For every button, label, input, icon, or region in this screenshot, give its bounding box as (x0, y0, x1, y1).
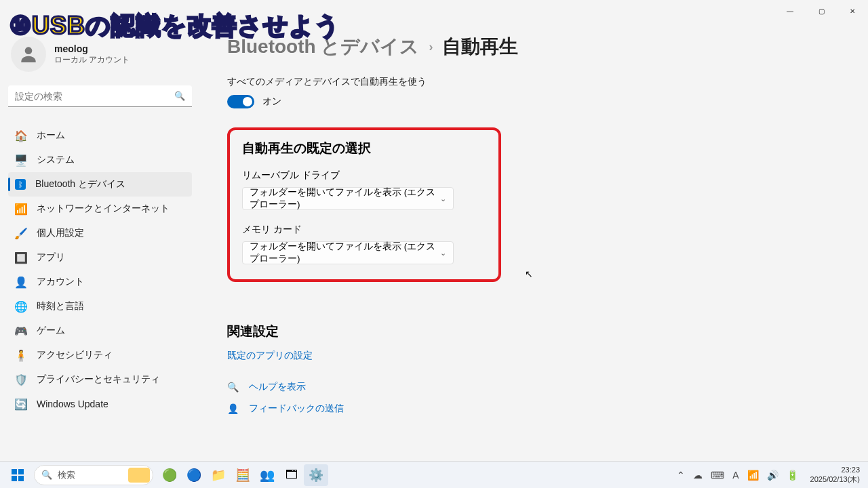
sidebar-item-privacy[interactable]: 🛡️プライバシーとセキュリティ (8, 367, 192, 392)
autoplay-toggle[interactable] (227, 95, 254, 108)
clock-date: 2025/02/13(木) (810, 475, 860, 484)
sidebar-item-update[interactable]: 🔄Windows Update (8, 392, 192, 416)
sidebar-item-network[interactable]: 📶ネットワークとインターネット (8, 197, 192, 221)
taskbar-app[interactable]: 🗔 (279, 464, 304, 486)
sidebar-item-label: アカウント (37, 276, 84, 288)
sidebar-item-system[interactable]: 🖥️システム (8, 148, 192, 172)
taskbar-explorer[interactable]: 📁 (206, 464, 231, 486)
update-icon: 🔄 (15, 398, 27, 410)
search-icon: 🔍 (174, 91, 185, 101)
content: Bluetooth とデバイス › 自動再生 すべてのメディアとデバイスで自動再… (200, 22, 868, 461)
sidebar-item-label: プライバシーとセキュリティ (37, 373, 160, 386)
game-icon: 🎮 (15, 325, 27, 337)
sidebar-item-label: ホーム (37, 129, 65, 142)
sidebar-item-time[interactable]: 🌐時刻と言語 (8, 294, 192, 319)
sidebar-item-label: 個人用設定 (37, 227, 84, 239)
removable-drive-label: リムーバブル ドライブ (242, 169, 486, 182)
search-box[interactable]: 🔍 (8, 85, 192, 107)
sidebar-item-label: ネットワークとインターネット (37, 203, 170, 215)
bluetooth-icon: ᛒ (15, 179, 26, 190)
breadcrumb-current: 自動再生 (442, 34, 518, 60)
taskbar: 🔍 検索 🟢 🔵 📁 🧮 👥 🗔 ⚙️ ⌃ ☁ ⌨ A 📶 🔊 🔋 23:23 … (0, 461, 868, 488)
related-title: 関連設定 (227, 323, 841, 340)
sidebar-item-apps[interactable]: 🔲アプリ (8, 245, 192, 270)
accessibility-icon: 🧍 (15, 349, 27, 361)
search-input[interactable] (8, 85, 192, 107)
sidebar-item-gaming[interactable]: 🎮ゲーム (8, 319, 192, 343)
sidebar-item-label: アクセシビリティ (37, 349, 113, 361)
sidebar-item-label: ゲーム (37, 325, 65, 337)
overlay-annotation: ⑩USBの認識を改善させよう (9, 9, 340, 43)
svg-point-0 (25, 47, 33, 54)
dropdown-value: フォルダーを開いてファイルを表示 (エクスプローラー) (250, 186, 440, 211)
clock-time: 23:23 (810, 466, 860, 474)
autoplay-toggle-label: すべてのメディアとデバイスで自動再生を使う (227, 76, 841, 88)
tray-keyboard-icon[interactable]: ⌨ (711, 470, 724, 481)
search-icon: 🔍 (41, 470, 52, 480)
sidebar-item-accessibility[interactable]: 🧍アクセシビリティ (8, 343, 192, 367)
system-tray: ⌃ ☁ ⌨ A 📶 🔊 🔋 23:23 2025/02/13(木) (677, 466, 863, 483)
home-icon: 🏠 (15, 129, 27, 142)
windows-logo-icon (12, 469, 24, 481)
toggle-state: オン (262, 96, 281, 108)
sidebar-item-label: Windows Update (37, 399, 108, 409)
wifi-icon: 📶 (15, 203, 27, 215)
minimize-button[interactable]: — (774, 0, 806, 22)
taskbar-search-label: 検索 (58, 469, 75, 481)
shield-icon: 🛡️ (15, 373, 27, 386)
removable-drive-dropdown[interactable]: フォルダーを開いてファイルを表示 (エクスプローラー) ⌄ (242, 187, 454, 210)
system-icon: 🖥️ (15, 154, 27, 166)
feedback-icon: 👤 (227, 403, 238, 414)
tray-battery-icon[interactable]: 🔋 (787, 470, 798, 481)
user-sub: ローカル アカウント (54, 54, 130, 66)
apps-icon: 🔲 (15, 251, 27, 264)
memory-card-dropdown[interactable]: フォルダーを開いてファイルを表示 (エクスプローラー) ⌄ (242, 241, 454, 264)
search-badge (128, 468, 150, 483)
chevron-down-icon: ⌄ (440, 195, 446, 203)
brush-icon: 🖌️ (15, 227, 27, 239)
taskbar-clock[interactable]: 23:23 2025/02/13(木) (810, 466, 860, 483)
tray-onedrive-icon[interactable]: ☁ (693, 470, 703, 481)
sidebar-item-label: アプリ (37, 251, 65, 264)
dropdown-value: フォルダーを開いてファイルを表示 (エクスプローラー) (250, 241, 440, 265)
account-icon: 👤 (15, 276, 27, 288)
globe-icon: 🌐 (15, 300, 27, 312)
taskbar-edge[interactable]: 🔵 (182, 464, 206, 486)
defaults-title: 自動再生の既定の選択 (242, 140, 486, 157)
taskbar-calculator[interactable]: 🧮 (231, 464, 255, 486)
sidebar-item-label: システム (37, 154, 75, 166)
help-label: ヘルプを表示 (249, 381, 306, 393)
sidebar-item-accounts[interactable]: 👤アカウント (8, 270, 192, 294)
tray-ime-icon[interactable]: A (732, 470, 738, 481)
chevron-right-icon: › (429, 40, 433, 54)
sidebar-item-label: 時刻と言語 (37, 300, 84, 312)
sidebar-item-label: Bluetooth とデバイス (35, 178, 125, 190)
maximize-button[interactable]: ▢ (806, 0, 837, 22)
taskbar-settings[interactable]: ⚙️ (304, 464, 328, 486)
taskbar-chrome[interactable]: 🟢 (157, 464, 182, 486)
taskbar-search[interactable]: 🔍 検索 (34, 465, 153, 485)
sidebar: meolog ローカル アカウント 🔍 🏠ホーム 🖥️システム ᛒBluetoo… (0, 22, 200, 461)
tray-volume-icon[interactable]: 🔊 (767, 470, 778, 481)
tray-chevron-icon[interactable]: ⌃ (677, 470, 685, 481)
sidebar-item-home[interactable]: 🏠ホーム (8, 123, 192, 148)
memory-card-label: メモリ カード (242, 224, 486, 236)
feedback-link[interactable]: 👤 フィードバックの送信 (227, 403, 841, 415)
help-link[interactable]: 🔍 ヘルプを表示 (227, 381, 841, 393)
taskbar-teams[interactable]: 👥 (255, 464, 279, 486)
chevron-down-icon: ⌄ (440, 249, 446, 258)
sidebar-item-personalize[interactable]: 🖌️個人用設定 (8, 221, 192, 245)
close-button[interactable]: ✕ (837, 0, 868, 22)
start-button[interactable] (5, 464, 30, 486)
user-name: meolog (54, 43, 130, 54)
tray-wifi-icon[interactable]: 📶 (747, 470, 759, 481)
sidebar-item-bluetooth[interactable]: ᛒBluetooth とデバイス (8, 172, 192, 197)
help-icon: 🔍 (227, 382, 238, 392)
default-apps-link[interactable]: 既定のアプリの設定 (227, 350, 841, 362)
feedback-label: フィードバックの送信 (249, 403, 344, 415)
defaults-highlight-box: 自動再生の既定の選択 リムーバブル ドライブ フォルダーを開いてファイルを表示 … (227, 127, 501, 282)
mouse-cursor: ↖ (525, 268, 533, 279)
